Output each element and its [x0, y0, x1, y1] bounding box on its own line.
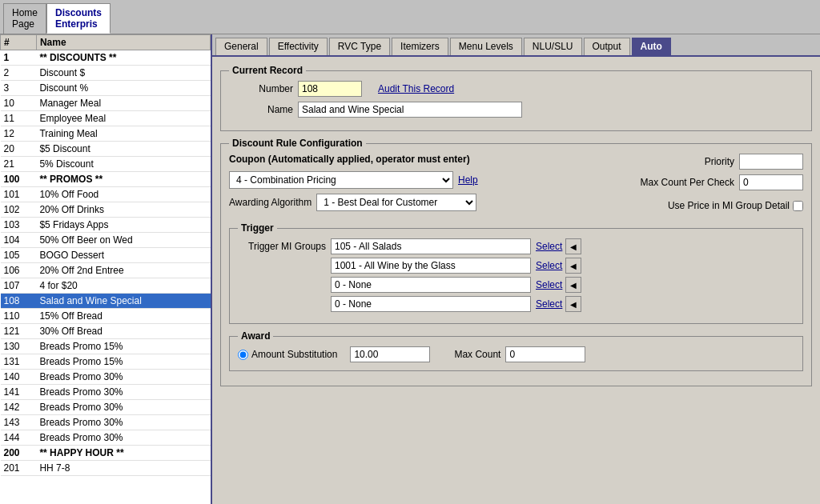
row-num: 101 [1, 187, 37, 202]
right-panel: General Effectivity RVC Type Itemizers M… [212, 34, 820, 504]
table-row[interactable]: 141Breads Promo 30% [1, 385, 211, 400]
table-row[interactable]: 200** HAPPY HOUR ** [1, 446, 211, 461]
name-input[interactable] [298, 102, 522, 118]
table-row[interactable]: 140Breads Promo 30% [1, 370, 211, 385]
table-row[interactable]: 12Training Meal [1, 126, 211, 142]
table-row[interactable]: 1** DISCOUNTS ** [1, 50, 211, 66]
row-name: Breads Promo 30% [36, 430, 210, 446]
tab-rvc-type[interactable]: RVC Type [329, 38, 390, 55]
tab-output[interactable]: Output [584, 38, 630, 55]
row-num: 144 [1, 430, 37, 446]
row-num: 143 [1, 415, 37, 430]
table-row[interactable]: 20$5 Discount [1, 142, 211, 157]
tab-auto[interactable]: Auto [632, 38, 671, 55]
table-row[interactable]: 130Breads Promo 15% [1, 339, 211, 354]
algorithm-select[interactable]: 1 - Best Deal for Customer 2 - Best Deal… [316, 194, 476, 211]
table-row[interactable]: 10620% Off 2nd Entree [1, 263, 211, 278]
table-row[interactable]: 131Breads Promo 15% [1, 354, 211, 370]
row-name: Manager Meal [36, 96, 210, 111]
table-row[interactable]: 1074 for $20 [1, 278, 211, 294]
table-row[interactable]: 100** PROMOS ** [1, 172, 211, 187]
table-row[interactable]: 10450% Off Beer on Wed [1, 233, 211, 248]
row-num: 107 [1, 278, 37, 294]
trigger-arrow-btn-3[interactable]: ◀ [565, 296, 581, 312]
pricing-type-select[interactable]: 1 - Simple Discount 2 - Complex Discount… [229, 171, 453, 189]
tab-general[interactable]: General [215, 38, 267, 55]
table-row[interactable]: 108Salad and Wine Special [1, 294, 211, 309]
table-row[interactable]: 215% Discount [1, 157, 211, 172]
row-num: 2 [1, 66, 37, 81]
trigger-select-link-3[interactable]: Select [536, 298, 562, 310]
row-num: 12 [1, 126, 37, 142]
row-name: BOGO Dessert [36, 248, 210, 263]
award-section: Award Amount Substitution Max Count [229, 330, 803, 371]
table-row[interactable]: 11015% Off Bread [1, 309, 211, 324]
row-name: Discount $ [36, 66, 210, 81]
table-row[interactable]: 103$5 Fridays Apps [1, 218, 211, 233]
row-num: 201 [1, 461, 37, 476]
trigger-row: Select ◀ [238, 277, 794, 293]
tab-effectivity[interactable]: Effectivity [269, 38, 328, 55]
trigger-input-1[interactable] [331, 258, 531, 274]
trigger-input-0[interactable] [331, 238, 531, 254]
trigger-legend: Trigger [238, 222, 277, 234]
row-name: 5% Discount [36, 157, 210, 172]
trigger-arrow-btn-2[interactable]: ◀ [565, 277, 581, 293]
trigger-input-2[interactable] [331, 277, 531, 293]
priority-label: Priority [705, 156, 734, 167]
row-name: Salad and Wine Special [36, 294, 210, 309]
table-row[interactable]: 105BOGO Dessert [1, 248, 211, 263]
use-price-checkbox[interactable] [793, 201, 803, 211]
row-name: HH 7-8 [36, 461, 210, 476]
current-record-legend: Current Record [229, 65, 306, 76]
trigger-select-link-1[interactable]: Select [536, 260, 562, 271]
tab-itemizers[interactable]: Itemizers [392, 38, 448, 55]
col-header-name: Name [36, 35, 210, 50]
max-count-check-input[interactable] [739, 174, 803, 190]
award-max-count-label: Max Count [454, 349, 500, 360]
row-name: Breads Promo 30% [36, 370, 210, 385]
priority-input[interactable] [739, 154, 803, 170]
row-name: ** PROMOS ** [36, 172, 210, 187]
table-row[interactable]: 10220% Off Drinks [1, 202, 211, 218]
table-row[interactable]: 2Discount $ [1, 66, 211, 81]
trigger-arrow-btn-1[interactable]: ◀ [565, 258, 581, 274]
trigger-row: Select ◀ [238, 296, 794, 312]
table-row[interactable]: 10110% Off Food [1, 187, 211, 202]
row-num: 142 [1, 400, 37, 415]
tab-menu-levels[interactable]: Menu Levels [450, 38, 522, 55]
tab-nlu-slu[interactable]: NLU/SLU [524, 38, 582, 55]
row-name: Breads Promo 15% [36, 354, 210, 370]
table-row[interactable]: 10Manager Meal [1, 96, 211, 111]
row-num: 200 [1, 446, 37, 461]
amount-sub-radio[interactable] [238, 350, 248, 360]
amount-sub-radio-label[interactable]: Amount Substitution [238, 349, 337, 360]
amount-input[interactable] [350, 346, 430, 362]
trigger-section: Trigger Trigger MI Groups Select ◀ Selec… [229, 222, 803, 324]
audit-link[interactable]: Audit This Record [378, 83, 454, 94]
trigger-input-3[interactable] [331, 296, 531, 312]
nav-tab-discounts[interactable]: DiscountsEnterpris [46, 3, 111, 34]
row-name: 20% Off Drinks [36, 202, 210, 218]
row-name: ** HAPPY HOUR ** [36, 446, 210, 461]
trigger-select-link-0[interactable]: Select [536, 241, 562, 252]
row-name: Training Meal [36, 126, 210, 142]
table-row[interactable]: 3Discount % [1, 81, 211, 96]
discount-rule-legend: Discount Rule Configuration [229, 138, 366, 149]
number-input[interactable] [298, 81, 362, 97]
table-row[interactable]: 11Employee Meal [1, 111, 211, 126]
nav-tab-home[interactable]: HomePage [3, 3, 46, 34]
award-max-count-input[interactable] [505, 346, 585, 362]
trigger-select-link-2[interactable]: Select [536, 279, 562, 290]
row-name: $5 Fridays Apps [36, 218, 210, 233]
table-row[interactable]: 12130% Off Bread [1, 324, 211, 339]
trigger-arrow-btn-0[interactable]: ◀ [565, 238, 581, 254]
table-row[interactable]: 142Breads Promo 30% [1, 400, 211, 415]
table-row[interactable]: 144Breads Promo 30% [1, 430, 211, 446]
row-name: ** DISCOUNTS ** [36, 50, 210, 66]
table-row[interactable]: 201HH 7-8 [1, 461, 211, 476]
row-num: 102 [1, 202, 37, 218]
current-record-section: Current Record Number Audit This Record … [220, 65, 812, 131]
table-row[interactable]: 143Breads Promo 30% [1, 415, 211, 430]
help-link[interactable]: Help [458, 174, 478, 186]
